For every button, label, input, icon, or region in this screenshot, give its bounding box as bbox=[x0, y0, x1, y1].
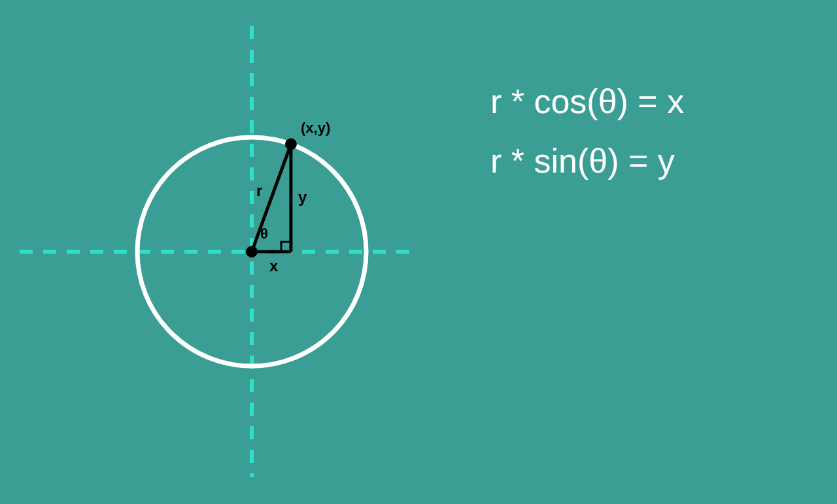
equations-block: r * cos(θ) = x r * sin(θ) = y bbox=[490, 72, 684, 191]
angle-label: θ bbox=[260, 226, 268, 242]
radius-label: r bbox=[256, 182, 262, 199]
point-label: (x,y) bbox=[301, 120, 330, 136]
y-side-label: y bbox=[298, 188, 307, 206]
equation-cos: r * cos(θ) = x bbox=[490, 72, 684, 131]
point-dot bbox=[285, 139, 297, 150]
diagram-svg: (x,y) r y x θ bbox=[0, 0, 837, 504]
equation-sin: r * sin(θ) = y bbox=[490, 131, 684, 191]
origin-dot bbox=[246, 246, 258, 258]
polar-coordinate-diagram: (x,y) r y x θ bbox=[0, 0, 837, 504]
x-side-label: x bbox=[269, 257, 279, 275]
